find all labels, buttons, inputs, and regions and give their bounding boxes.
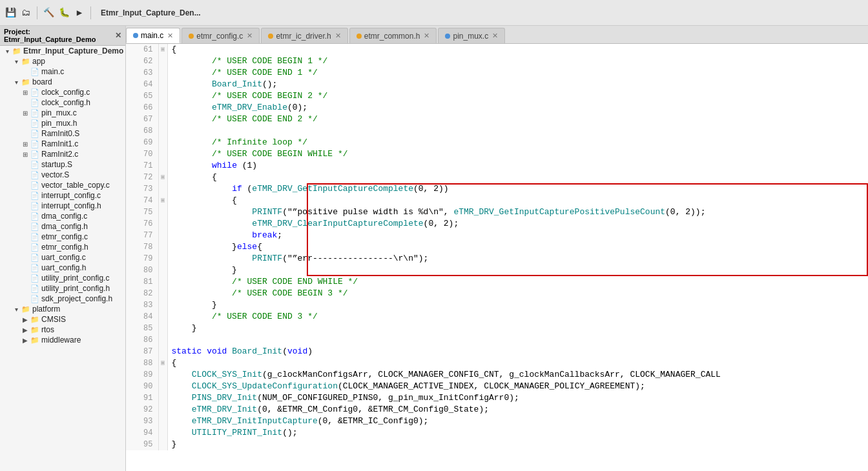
table-row: 93 eTMR_DRV_InitInputCapture(0, &ETMR_IC… (126, 416, 868, 427)
sidebar-item-sdk-project[interactable]: 📄 sdk_project_config.h (0, 294, 125, 304)
sidebar-item-raminit2-c[interactable]: ⊞ 📄 RamInit2.c (0, 149, 125, 159)
sidebar-item-project-root[interactable]: ▾ 📁 Etmr_Input_Capture_Demo (0, 46, 125, 56)
code-scroll-area[interactable]: 61▣{62 /* USER CODE BEGIN 1 */63 /* USER… (126, 44, 868, 471)
sidebar-label-middleware: middleware (41, 336, 81, 345)
sidebar-item-interrupt-config-c[interactable]: 📄 interrupt_config.c (0, 190, 125, 201)
line-fold[interactable]: ▣ (158, 172, 167, 183)
sidebar-item-etmr-config-c[interactable]: 📄 etmr_config.c (0, 232, 125, 242)
file-icon-raminit2: 📄 (30, 150, 40, 159)
line-number: 63 (126, 67, 158, 79)
file-icon-etmr-config-h: 📄 (30, 243, 40, 252)
tab-dot-main-c (133, 33, 138, 38)
file-icon-pin-mux-h: 📄 (30, 119, 40, 128)
sidebar-label-clock-config-h: clock_config.h (41, 98, 90, 107)
line-fold (158, 67, 167, 79)
sidebar-item-utility-print-h[interactable]: 📄 utility_print_config.h (0, 283, 125, 294)
sidebar-item-clock-config-h[interactable]: 📄 clock_config.h (0, 97, 125, 108)
line-code-content: CLOCK_SYS_Init(g_clockManConfigsArr, CLO… (167, 369, 868, 381)
sidebar-close-button[interactable]: ✕ (115, 31, 121, 40)
sidebar-item-vector-s[interactable]: 📄 vector.S (0, 170, 125, 180)
sidebar-label-app: app (32, 57, 45, 66)
tab-etmr-ic-driver-h[interactable]: etmr_ic_driver.h ✕ (261, 28, 347, 43)
sidebar-item-vector-table[interactable]: 📄 vector_table_copy.c (0, 180, 125, 190)
line-number: 78 (126, 241, 158, 253)
table-row: 85 } (126, 323, 868, 334)
line-fold[interactable]: ▣ (158, 44, 167, 55)
sidebar-item-app[interactable]: ▾ 📁 app (0, 56, 125, 66)
sidebar-item-raminit0-s[interactable]: 📄 RamInit0.S (0, 128, 125, 139)
sidebar-item-clock-config-c[interactable]: ⊞ 📄 clock_config.c (0, 87, 125, 97)
line-fold[interactable]: ▣ (158, 195, 167, 206)
line-fold (158, 230, 167, 241)
sidebar-item-middleware[interactable]: ▶ 📁 middleware (0, 335, 125, 345)
line-number: 74 (126, 195, 158, 206)
line-code-content: while (1) (167, 160, 868, 172)
line-fold (158, 311, 167, 323)
line-code-content: eTMR_DRV_InitInputCapture(0, &ETMR_IC_Co… (167, 416, 868, 427)
line-code-content: } (167, 323, 868, 334)
sidebar-item-interrupt-config-h[interactable]: 📄 interrupt_config.h (0, 201, 125, 211)
table-row: 83 } (126, 299, 868, 311)
sidebar-item-pin-mux-h[interactable]: 📄 pin_mux.h (0, 118, 125, 128)
sidebar-item-raminit1-c[interactable]: ⊞ 📄 RamInit1.c (0, 139, 125, 149)
table-row: 71 while (1) (126, 160, 868, 172)
tab-close-main-c[interactable]: ✕ (167, 32, 173, 40)
sidebar-label-sdk-project: sdk_project_config.h (41, 294, 112, 303)
build-icon[interactable]: 🔨 (42, 6, 55, 19)
line-code-content: /* USER CODE BEGIN 1 */ (167, 55, 868, 67)
line-number: 66 (126, 102, 158, 114)
tab-close-etmr-common-h[interactable]: ✕ (424, 32, 429, 40)
tab-label-etmr-common-h: etmr_common.h (364, 32, 420, 41)
sidebar-item-rtos[interactable]: ▶ 📁 rtos (0, 325, 125, 335)
tab-main-c[interactable]: main.c ✕ (126, 28, 180, 43)
run-icon[interactable]: ▶ (73, 6, 86, 19)
file-icon-sdk-project: 📄 (30, 294, 40, 303)
file-icon-vector-table: 📄 (30, 181, 40, 190)
table-row: 75 PRINTF("”positive pulse width is %d\n… (126, 206, 868, 218)
tree-arrow-rtos: ▶ (21, 325, 30, 334)
save-icon[interactable]: 💾 (4, 6, 17, 19)
line-code-content: /* USER CODE BEGIN WHILE */ (167, 148, 868, 160)
sidebar-item-main-c[interactable]: 📄 main.c (0, 66, 125, 77)
tab-etmr-common-h[interactable]: etmr_common.h ✕ (349, 28, 437, 43)
tab-close-etmr-ic-driver-h[interactable]: ✕ (335, 32, 341, 40)
save-all-icon[interactable]: 🗂 (19, 6, 32, 19)
sidebar-item-uart-config-h[interactable]: 📄 uart_config.h (0, 263, 125, 273)
tab-close-etmr-config-c[interactable]: ✕ (247, 32, 253, 40)
tab-close-pin-mux-c[interactable]: ✕ (492, 32, 498, 40)
sidebar-item-pin-mux-c[interactable]: ⊞ 📄 pin_mux.c (0, 108, 125, 118)
file-icon-utility-print-h: 📄 (30, 284, 40, 293)
toolbar-separator-1 (37, 6, 37, 19)
sidebar-label-raminit2: RamInit2.c (41, 150, 78, 159)
expand-sdk-project (21, 294, 30, 303)
line-number: 82 (126, 288, 158, 299)
debug-icon[interactable]: 🐛 (57, 6, 70, 19)
line-code-content: /* USER CODE BEGIN 2 */ (167, 90, 868, 102)
line-code-content: /* USER CODE END 2 */ (167, 114, 868, 125)
line-code-content: Board_Init(); (167, 79, 868, 90)
line-code-content: PRINTF("”err----------------\r\n"); (167, 253, 868, 265)
tab-etmr-config-c[interactable]: etmr_config.c ✕ (181, 28, 260, 43)
line-fold (158, 369, 167, 381)
line-code-content: { (167, 357, 868, 369)
table-row: 62 /* USER CODE BEGIN 1 */ (126, 55, 868, 67)
sidebar-item-cmsis[interactable]: ▶ 📁 CMSIS (0, 314, 125, 325)
line-code-content (167, 334, 868, 346)
sidebar-item-etmr-config-h[interactable]: 📄 etmr_config.h (0, 242, 125, 252)
tab-pin-mux-c[interactable]: pin_mux.c ✕ (438, 28, 505, 43)
line-fold (158, 392, 167, 404)
code-table: 61▣{62 /* USER CODE BEGIN 1 */63 /* USER… (126, 44, 868, 450)
file-icon-dma-config-h: 📄 (30, 222, 40, 231)
sidebar-label-clock-config-c: clock_config.c (41, 88, 90, 97)
sidebar-item-platform[interactable]: ▾ 📁 platform (0, 304, 125, 314)
sidebar-project-label: Project: Etmr_Input_Capture_Demo (4, 28, 115, 43)
sidebar-item-dma-config-c[interactable]: 📄 dma_config.c (0, 211, 125, 221)
line-fold[interactable]: ▣ (158, 357, 167, 369)
sidebar-item-dma-config-h[interactable]: 📄 dma_config.h (0, 221, 125, 232)
sidebar-item-utility-print-c[interactable]: 📄 utility_print_config.c (0, 273, 125, 283)
tab-label-etmr-ic-driver-h: etmr_ic_driver.h (276, 32, 331, 41)
sidebar-item-uart-config-c[interactable]: 📄 uart_config.c (0, 252, 125, 263)
sidebar-item-board[interactable]: ▾ 📁 board (0, 77, 125, 87)
line-number: 70 (126, 148, 158, 160)
sidebar-item-startup-s[interactable]: 📄 startup.S (0, 159, 125, 170)
